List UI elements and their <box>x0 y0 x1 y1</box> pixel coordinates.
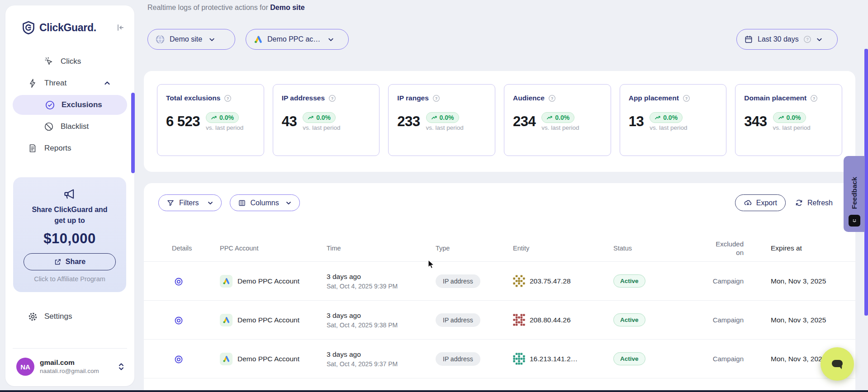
google-ads-icon <box>220 314 232 326</box>
type-chip: IP address <box>436 274 480 288</box>
help-icon: ? <box>432 94 440 102</box>
stat-card-total-exclusions: Total exclusions ? 6 523 0.0% vs. last p… <box>157 84 264 156</box>
type-chip: IP address <box>436 313 480 327</box>
promo-headline: Share ClickGuard and get up to <box>27 204 113 226</box>
date-range-value: Last 30 days <box>758 35 799 43</box>
date-range-dropdown[interactable]: Last 30 days ? <box>736 29 838 50</box>
avatar: NA <box>16 358 34 376</box>
filters-button[interactable]: Filters <box>158 194 222 211</box>
help-icon: ? <box>803 35 811 43</box>
svg-text:?: ? <box>331 96 333 100</box>
affiliate-promo-card[interactable]: Share ClickGuard and get up to $10,000 S… <box>13 177 126 292</box>
sidebar-item-label: Clicks <box>61 57 81 66</box>
lightning-icon <box>27 78 38 89</box>
sidebar-nav: Clicks Threat Exclu <box>12 51 128 159</box>
table-row: Demo PPC Account 3 days ago Sat, Oct 4, … <box>144 261 855 300</box>
chevron-down-icon <box>327 36 334 43</box>
sidebar-item-clicks[interactable]: Clicks <box>12 51 128 72</box>
excluded-on-value: Campaign <box>678 316 744 324</box>
google-ads-icon <box>253 35 263 44</box>
table-body: Demo PPC Account 3 days ago Sat, Oct 4, … <box>144 261 855 392</box>
clickguard-logo-icon <box>22 21 35 34</box>
sidebar-item-threat[interactable]: Threat <box>12 72 128 94</box>
ppc-account-name: Demo PPC Account <box>237 355 299 363</box>
external-link-icon <box>54 258 62 266</box>
table-row: Demo PPC Account 3 days ago Sat, Oct 4, … <box>144 339 855 378</box>
help-icon: ? <box>328 94 336 102</box>
column-header-details: Details <box>172 245 220 252</box>
ppc-account-selector-dropdown[interactable]: Demo PPC ac… <box>246 29 349 50</box>
app-window: ClickGuard. Clicks Thr <box>0 0 868 392</box>
chevron-up-icon[interactable] <box>104 80 111 87</box>
stat-card-app-placement: App placement ? 13 0.0% vs. last period <box>620 84 727 156</box>
chevron-down-icon <box>816 36 823 43</box>
sidebar-item-settings[interactable]: Settings <box>12 306 128 327</box>
row-details-button[interactable] <box>172 354 184 364</box>
column-header-entity: Entity <box>513 245 613 252</box>
chevron-down-icon <box>207 200 213 206</box>
account-switcher[interactable]: NA gmail.com naatali.ro@gmail.com <box>16 355 125 378</box>
svg-text:?: ? <box>685 96 688 100</box>
export-button[interactable]: Export <box>735 194 786 211</box>
divider <box>13 348 127 349</box>
sidebar-item-exclusions[interactable]: Exclusions <box>13 95 127 115</box>
document-icon <box>27 143 38 154</box>
change-badge: 0.0% <box>541 112 574 123</box>
trend-up-icon <box>778 115 784 120</box>
help-icon: ? <box>548 94 556 102</box>
expires-at-value: Mon, Nov 3, 2025 <box>744 316 842 324</box>
stat-caption: vs. last period <box>206 124 243 131</box>
refresh-button[interactable]: Refresh <box>795 198 833 207</box>
calendar-icon <box>744 35 753 44</box>
columns-button[interactable]: Columns <box>230 194 300 211</box>
feedback-label: Feedback <box>850 177 859 209</box>
change-badge: 0.0% <box>303 112 336 123</box>
chevron-up-down-icon <box>117 362 125 372</box>
row-details-button[interactable] <box>172 276 184 287</box>
table-row: Demo PPC Account 3 days ago Sat, Oct 4, … <box>144 300 855 339</box>
chat-bubble-icon <box>829 356 846 372</box>
entity-identicon <box>513 275 525 287</box>
bottom-window-edge <box>0 390 868 392</box>
sidebar: ClickGuard. Clicks Thr <box>5 5 134 386</box>
column-header-status: Status <box>613 245 678 252</box>
cloud-download-icon <box>744 198 752 207</box>
sidebar-item-reports[interactable]: Reports <box>12 137 128 159</box>
help-icon: ? <box>224 94 232 102</box>
row-details-button[interactable] <box>172 315 184 326</box>
time-relative: 3 days ago <box>327 311 436 321</box>
site-selector-dropdown[interactable]: Demo site <box>147 29 235 50</box>
column-header-excluded-on: Excluded on <box>678 240 744 257</box>
time-relative: 3 days ago <box>327 272 436 282</box>
chat-launcher-button[interactable] <box>821 347 854 381</box>
share-button[interactable]: Share <box>24 253 116 270</box>
globe-icon <box>155 34 165 44</box>
collapse-sidebar-icon[interactable] <box>114 22 126 33</box>
stat-card-audience: Audience ? 234 0.0% vs. last period <box>504 84 611 156</box>
stat-label: Total exclusions <box>166 94 220 102</box>
details-eye-icon <box>174 354 184 364</box>
details-eye-icon <box>174 316 184 326</box>
ppc-selector-value: Demo PPC ac… <box>267 35 320 43</box>
svg-text:?: ? <box>806 37 808 42</box>
sidebar-scrollbar[interactable] <box>131 93 135 173</box>
sidebar-item-label: Threat <box>44 79 66 88</box>
site-selector-value: Demo site <box>170 35 202 43</box>
trend-up-icon <box>655 115 661 120</box>
trend-up-icon <box>308 115 314 120</box>
promo-amount: $10,000 <box>13 231 126 247</box>
page-scrollbar[interactable] <box>864 49 868 316</box>
svg-text:?: ? <box>551 96 553 100</box>
stat-label: IP ranges <box>397 94 429 102</box>
google-ads-icon <box>220 353 232 365</box>
stat-value: 233 <box>397 113 420 130</box>
change-badge: 0.0% <box>206 112 239 123</box>
entity-value: 208.80.44.26 <box>530 316 571 324</box>
feedback-tab[interactable]: Feedback <box>844 156 865 232</box>
stat-card-ip-ranges: IP ranges ? 233 0.0% vs. last period <box>388 84 495 156</box>
sidebar-item-blacklist[interactable]: Blacklist <box>12 116 128 137</box>
chevron-down-icon <box>209 36 215 43</box>
stat-card-ip-addresses: IP addresses ? 43 0.0% vs. last period <box>273 84 380 156</box>
stat-value: 234 <box>513 113 536 130</box>
ban-icon <box>43 121 54 132</box>
